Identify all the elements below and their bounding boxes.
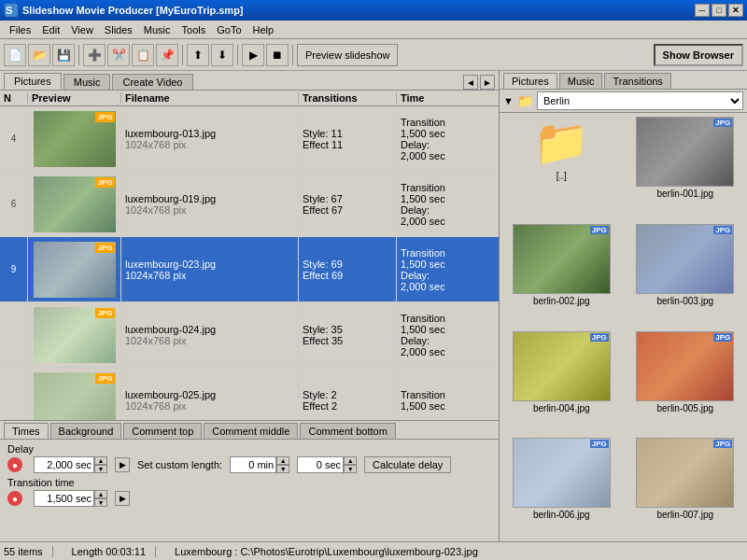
sec-increment[interactable]: ▲ — [344, 456, 357, 465]
list-item[interactable]: JPG berlin-005.jpg — [627, 331, 744, 431]
close-button[interactable]: ✕ — [728, 4, 743, 17]
btab-comment-top[interactable]: Comment top — [123, 423, 202, 439]
transition-reset-button[interactable]: ● — [7, 491, 22, 506]
menu-view[interactable]: View — [65, 22, 99, 37]
folder-select[interactable]: Berlin — [537, 91, 743, 110]
table-row[interactable]: 6 JPG luxembourg-019.jpg 1024x768 pix St… — [0, 172, 499, 237]
list-item[interactable]: JPG berlin-006.jpg — [503, 438, 620, 538]
list-item[interactable]: 📁 [..] — [503, 117, 620, 217]
stop-button[interactable]: ⏹ — [266, 44, 289, 66]
delay-arrow-button[interactable]: ▶ — [115, 457, 130, 472]
col-header-n: N — [0, 92, 28, 104]
browser-thumbnail: JPG — [636, 331, 734, 401]
menu-music[interactable]: Music — [138, 22, 176, 37]
list-item[interactable]: JPG berlin-002.jpg — [503, 224, 620, 324]
min-spinner[interactable]: ▲ ▼ — [230, 456, 289, 473]
add-button[interactable]: ➕ — [83, 44, 106, 66]
browser-thumbnail: JPG — [513, 438, 611, 508]
tab-create-video[interactable]: Create Video — [112, 74, 192, 90]
sec-input[interactable] — [297, 456, 344, 473]
move-down-button[interactable]: ⬇ — [211, 44, 233, 66]
folder-bar: ▼ 📁 Berlin — [500, 90, 747, 113]
menu-bar: Files Edit View Slides Music Tools GoTo … — [0, 21, 747, 39]
show-browser-button[interactable]: Show Browser — [654, 44, 743, 66]
row-time: Transition 1,500 sec Delay: 2,000 sec — [397, 106, 472, 171]
browser-item-name: berlin-001.jpg — [656, 189, 713, 199]
sec-spinner[interactable]: ▲ ▼ — [297, 456, 357, 473]
menu-edit[interactable]: Edit — [36, 22, 65, 37]
rtab-transitions[interactable]: Transitions — [604, 73, 670, 89]
min-decrement[interactable]: ▼ — [276, 465, 289, 473]
row-transitions: Style: 11 Effect 11 — [299, 106, 397, 171]
browser-item-name: berlin-002.jpg — [533, 296, 590, 306]
table-row[interactable]: 4 JPG luxembourg-013.jpg 1024x768 pix St… — [0, 106, 499, 172]
minimize-button[interactable]: ─ — [695, 4, 710, 17]
delay-input[interactable] — [34, 456, 94, 473]
min-spinner-buttons: ▲ ▼ — [276, 456, 289, 473]
tab-next-button[interactable]: ► — [480, 75, 495, 90]
delay-spinner[interactable]: ▲ ▼ — [34, 456, 107, 473]
slide-thumbnail: JPG — [34, 372, 116, 421]
maximize-button[interactable]: □ — [712, 4, 726, 17]
menu-slides[interactable]: Slides — [99, 22, 138, 37]
tab-music[interactable]: Music — [63, 74, 111, 90]
copy-button[interactable]: 📋 — [132, 44, 154, 66]
transition-spinner[interactable]: ▲ ▼ — [34, 490, 107, 507]
set-custom-label: Set custom length: — [137, 459, 222, 470]
rtab-music[interactable]: Music — [559, 73, 603, 89]
move-up-button[interactable]: ⬆ — [187, 44, 209, 66]
row-filename: luxembourg-024.jpg 1024x768 pix — [121, 302, 299, 367]
transition-input[interactable] — [34, 490, 94, 507]
browser-grid[interactable]: 📁 [..] JPG berlin-001.jpg JPG berlin-002… — [500, 113, 747, 541]
menu-goto[interactable]: GoTo — [211, 22, 247, 37]
min-input[interactable] — [230, 456, 276, 473]
list-item[interactable]: JPG berlin-004.jpg — [503, 331, 620, 431]
btab-times[interactable]: Times — [4, 423, 49, 439]
save-button[interactable]: 💾 — [52, 44, 75, 66]
delete-button[interactable]: ✂️ — [107, 44, 130, 66]
delay-decrement[interactable]: ▼ — [94, 465, 107, 473]
menu-help[interactable]: Help — [247, 22, 280, 37]
btab-comment-middle[interactable]: Comment middle — [204, 423, 298, 439]
delay-reset-button[interactable]: ● — [7, 457, 22, 472]
sec-decrement[interactable]: ▼ — [344, 465, 357, 473]
list-item[interactable]: JPG berlin-003.jpg — [627, 224, 744, 324]
slide-list-body[interactable]: 4 JPG luxembourg-013.jpg 1024x768 pix St… — [0, 106, 499, 420]
play-button[interactable]: ▶ — [242, 44, 264, 66]
new-button[interactable]: 📄 — [4, 44, 26, 66]
row-preview: JPG — [28, 368, 121, 420]
paste-button[interactable]: 📌 — [156, 44, 178, 66]
col-header-time: Time — [397, 92, 472, 104]
table-row[interactable]: JPG luxembourg-025.jpg 1024x768 pix Styl… — [0, 368, 499, 420]
list-item[interactable]: JPG berlin-001.jpg — [627, 117, 744, 217]
btab-background[interactable]: Background — [50, 423, 122, 439]
toolbar-separator-3 — [237, 45, 238, 65]
transition-decrement[interactable]: ▼ — [94, 498, 107, 507]
preview-slideshow-button[interactable]: Preview slideshow — [297, 44, 398, 66]
row-n: 9 — [0, 237, 28, 301]
list-item[interactable]: JPG berlin-007.jpg — [627, 438, 744, 538]
menu-files[interactable]: Files — [4, 22, 36, 37]
svg-text:S: S — [6, 5, 12, 16]
row-preview: JPG — [28, 106, 121, 171]
slide-thumbnail: JPG — [34, 242, 116, 298]
transition-arrow-button[interactable]: ▶ — [115, 491, 130, 506]
table-row[interactable]: 9 JPG luxembourg-023.jpg 1024x768 pix St… — [0, 237, 499, 302]
slide-thumbnail: JPG — [34, 111, 116, 167]
min-increment[interactable]: ▲ — [276, 456, 289, 465]
rtab-pictures[interactable]: Pictures — [503, 73, 557, 89]
calculate-delay-button[interactable]: Calculate delay — [364, 456, 451, 473]
open-button[interactable]: 📂 — [28, 44, 50, 66]
row-filename: luxembourg-013.jpg 1024x768 pix — [121, 106, 299, 171]
menu-tools[interactable]: Tools — [176, 22, 212, 37]
transition-increment[interactable]: ▲ — [94, 490, 107, 498]
row-n — [0, 302, 28, 367]
btab-comment-bottom[interactable]: Comment bottom — [300, 423, 395, 439]
delay-increment[interactable]: ▲ — [94, 456, 107, 465]
tab-pictures[interactable]: Pictures — [4, 73, 62, 90]
browser-thumbnail: JPG — [513, 224, 611, 294]
tab-prev-button[interactable]: ◄ — [463, 75, 478, 90]
row-n: 4 — [0, 106, 28, 171]
table-row[interactable]: JPG luxembourg-024.jpg 1024x768 pix Styl… — [0, 302, 499, 368]
row-preview: JPG — [28, 172, 121, 236]
